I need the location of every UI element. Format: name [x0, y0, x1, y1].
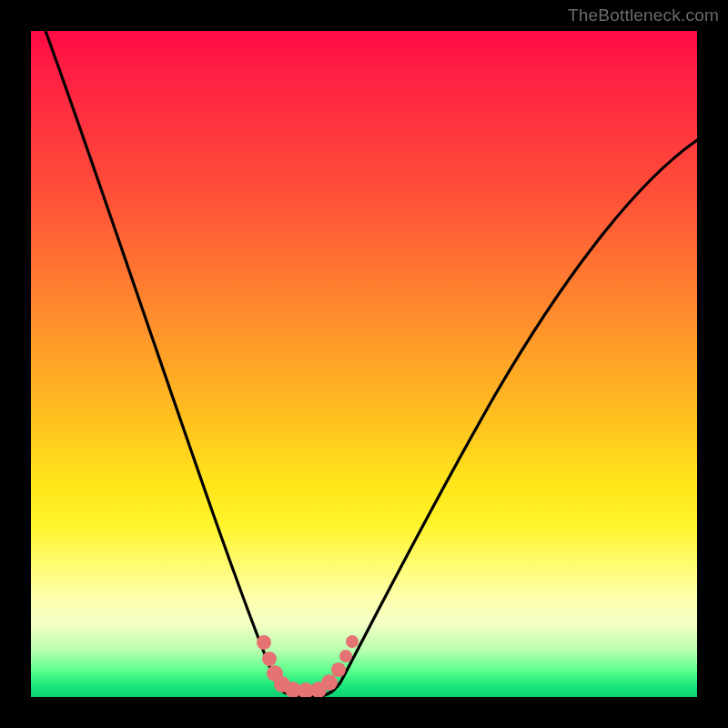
marker-dot [257, 635, 271, 650]
marker-dot [321, 674, 338, 691]
watermark-text: TheBottleneck.com [568, 5, 719, 25]
plot-area [31, 31, 697, 697]
marker-dot [331, 662, 346, 677]
marker-dot [346, 635, 359, 648]
marker-dot [339, 650, 352, 662]
chart-frame: TheBottleneck.com [0, 0, 728, 728]
marker-cluster [257, 635, 359, 697]
bottleneck-curve [31, 31, 697, 697]
marker-dot [262, 652, 277, 666]
curve-path [46, 31, 697, 696]
